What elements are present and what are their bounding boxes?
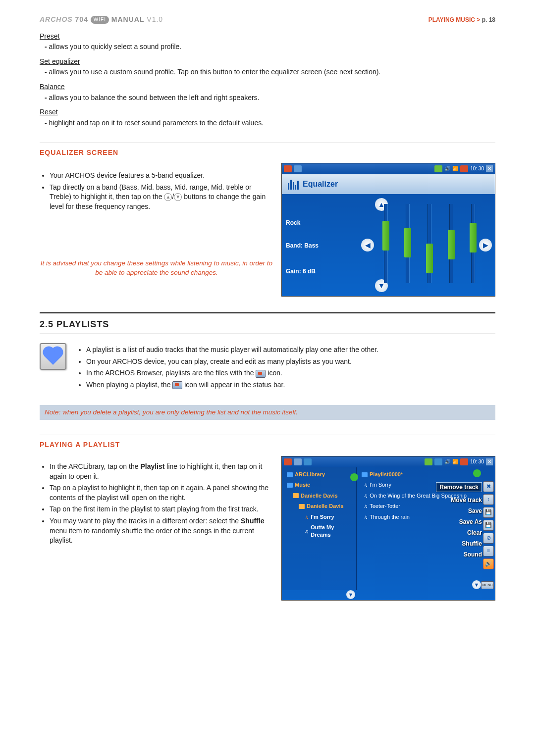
ps-topbar: 🔊 📶 10: 30 ✕ <box>282 456 495 467</box>
tree-artist-1[interactable]: Danielle Davis <box>282 491 356 501</box>
playing-text: In the ARCLibrary, tap on the Playlist l… <box>40 456 273 601</box>
page-header: ARCHOS 704 WIFI MANUAL V1.0 PLAYING MUSI… <box>40 15 495 25</box>
eq-band-label: Band: Bass <box>286 242 319 250</box>
band-left-button[interactable]: ◀ <box>361 239 374 252</box>
setting-seteq-title: Set equalizer <box>40 57 495 67</box>
setting-seteq-desc: allows you to use a custom sound profile… <box>45 67 495 77</box>
pl-bullet-2: On your ARCHOS device, you can play, cre… <box>86 357 378 367</box>
playlist-inline-icon <box>256 370 266 378</box>
equalizer-icon <box>288 179 299 190</box>
setting-reset-desc: highlight and tap on it to reset sound p… <box>45 118 495 128</box>
equalizer-layout: Your ARCHOS device features a 5-band equ… <box>40 163 495 297</box>
pl-bullet-4: When playing a playlist, the icon will a… <box>86 380 378 390</box>
tree-track-2[interactable]: ♫Outta My Dreams <box>282 522 356 541</box>
menu-clear[interactable]: Clear <box>436 530 482 536</box>
play-status-icon <box>425 458 432 465</box>
equalizer-bullets: Your ARCHOS device features a 5-band equ… <box>40 169 273 213</box>
tree-arclibrary[interactable]: ARCLibrary <box>282 469 356 480</box>
speaker-icon: 🔊 <box>444 458 450 465</box>
tree-music[interactable]: Music <box>282 480 356 490</box>
right-scroll-down[interactable]: ▼ <box>472 580 481 589</box>
sound-icon[interactable]: 🔊 <box>483 558 494 569</box>
band-right-button[interactable]: ▶ <box>479 239 492 252</box>
menu-save[interactable]: Save <box>436 508 482 514</box>
down-button-icon: ▼ <box>174 193 182 201</box>
wifi-badge: WIFI <box>91 16 109 24</box>
tree-track-1[interactable]: ♫I'm Sorry <box>282 512 356 522</box>
playlist-screenshot: 🔊 📶 10: 30 ✕ ARCLibrary Music Danielle D… <box>281 456 495 601</box>
eq-topbar-left <box>284 165 302 172</box>
settings-icon[interactable] <box>294 165 302 172</box>
playlist-file-icon <box>40 343 66 370</box>
menu-sound[interactable]: Sound <box>436 552 482 557</box>
eq-preset-label: Rock <box>286 219 300 227</box>
signal-icon: 📶 <box>452 165 458 172</box>
playing-heading: PLAYING A PLAYLIST <box>40 435 495 450</box>
side-icons: ✖ ↕ 💾 💾 ⊘ ≡ 🔊 <box>483 481 494 569</box>
list-icon[interactable] <box>304 458 312 465</box>
settings-list: Preset allows you to quickly select a so… <box>40 32 495 128</box>
menu-remove-track[interactable]: Remove track <box>436 482 482 492</box>
playing-bullets: In the ARCLibrary, tap on the Playlist l… <box>40 462 273 546</box>
home-icon[interactable] <box>284 458 292 465</box>
folder-icon <box>287 483 293 488</box>
context-menu: Remove track Move track Save Save As Cle… <box>436 482 482 562</box>
eq-topbar-right: 🔊 📶 10: 30 ✕ <box>434 165 493 172</box>
playlist-status-icon <box>172 381 182 389</box>
library-icon <box>287 472 293 477</box>
eq-slider-midtreble[interactable] <box>449 204 453 283</box>
pl-bullet-1: A playlist is a list of audio tracks tha… <box>86 345 378 355</box>
stop-icon[interactable] <box>434 458 442 465</box>
brand: ARCHOS <box>40 15 73 23</box>
music-note-icon: ♫ <box>305 513 309 521</box>
eq-slider-midbass[interactable] <box>406 204 410 283</box>
header-left: ARCHOS 704 WIFI MANUAL V1.0 <box>40 15 163 25</box>
shuffle-icon[interactable]: ≡ <box>483 546 494 556</box>
eq-slider-treble[interactable] <box>471 204 475 283</box>
music-note-icon: ♫ <box>364 481 368 489</box>
setting-preset-title: Preset <box>40 32 495 42</box>
move-icon[interactable]: ↕ <box>483 494 494 505</box>
eq-window-title: Equalizer <box>282 174 495 194</box>
playlist-note: Note: when you delete a playlist, you ar… <box>40 405 495 420</box>
model: 704 <box>75 15 88 23</box>
menu-move-track[interactable]: Move track <box>436 497 482 503</box>
arrow-icon: > <box>477 16 480 23</box>
pl-bullet-3: In the ARCHOS Browser, playlists are the… <box>86 368 378 378</box>
home-icon[interactable] <box>284 165 292 172</box>
nav-icon[interactable] <box>294 458 302 465</box>
play-bullet-3: Tap on the first item in the playlist to… <box>50 504 273 514</box>
left-scroll-down[interactable]: ▼ <box>346 590 355 599</box>
folder-icon <box>299 504 305 509</box>
equalizer-heading: EQUALIZER SCREEN <box>40 143 495 158</box>
eq-slider-bass[interactable] <box>384 204 388 283</box>
play-status-icon <box>434 165 442 172</box>
signal-icon: 📶 <box>452 458 458 465</box>
close-icon[interactable]: ✕ <box>486 165 493 172</box>
remove-icon[interactable]: ✖ <box>483 481 494 492</box>
clear-icon[interactable]: ⊘ <box>483 533 494 544</box>
playlist-intro: A playlist is a list of audio tracks tha… <box>40 343 495 398</box>
scroll-up-icon[interactable] <box>473 469 481 477</box>
playlist-icon <box>362 472 368 477</box>
menu-save-as[interactable]: Save As <box>436 519 482 525</box>
saveas-icon[interactable]: 💾 <box>483 520 494 531</box>
eq-slider-midrange[interactable] <box>428 204 431 283</box>
header-right: PLAYING MUSIC > p. 18 <box>428 16 495 24</box>
tree-album-1[interactable]: Danielle Davis <box>282 501 356 511</box>
playing-layout: In the ARCLibrary, tap on the Playlist l… <box>40 456 495 601</box>
manual-word: MANUAL <box>111 15 145 23</box>
clock: 10: 30 <box>470 458 484 465</box>
eq-bullet-1: Your ARCHOS device features a 5-band equ… <box>50 171 273 181</box>
ps-top-left <box>284 458 312 465</box>
version: V1.0 <box>147 15 163 23</box>
play-bullet-2: Tap on a playlist to highlight it, then … <box>50 483 273 503</box>
save-icon[interactable]: 💾 <box>483 507 494 518</box>
close-icon[interactable]: ✕ <box>486 458 493 465</box>
equalizer-text: Your ARCHOS device features a 5-band equ… <box>40 163 273 278</box>
menu-shuffle[interactable]: Shuffle <box>436 541 482 547</box>
playlist-bullets: A playlist is a list of audio tracks tha… <box>76 343 378 392</box>
section-name: PLAYING MUSIC <box>428 16 475 23</box>
menu-button[interactable]: MENU <box>481 581 494 589</box>
ps-right-panel: Playlist0000* ♫I'm Sorry ♫On the Wing of… <box>357 467 495 590</box>
